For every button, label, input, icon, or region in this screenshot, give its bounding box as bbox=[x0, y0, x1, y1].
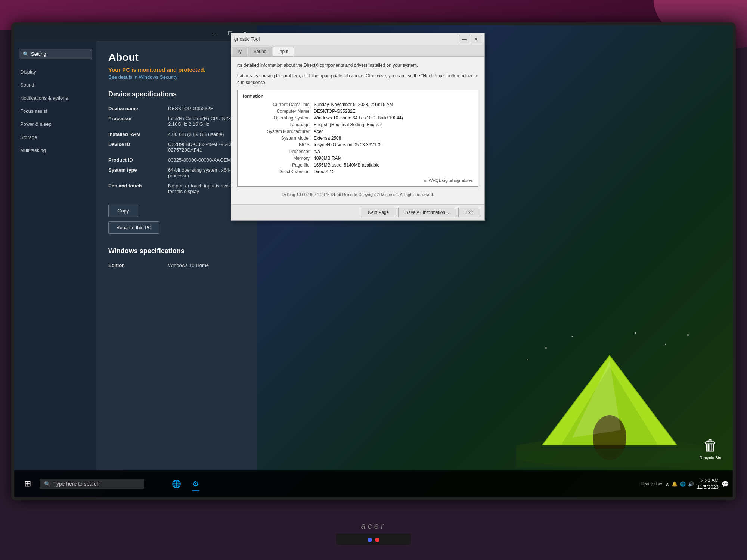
svg-point-9 bbox=[635, 332, 636, 334]
dxdiag-window: gnostic Tool — ✕ ly Sound Input rts deta… bbox=[231, 33, 485, 221]
recycle-bin-label: Recycle Bin bbox=[700, 455, 721, 460]
sidebar-item-multitasking[interactable]: Multitasking bbox=[14, 144, 96, 157]
tray-arrow-icon[interactable]: ∧ bbox=[666, 481, 669, 487]
spec-ram: Installed RAM 4.00 GB (3.89 GB usable) bbox=[108, 131, 245, 137]
dxdiag-row-bios: BIOS: InsydeH2O Version 05.03.36V1.09 bbox=[243, 142, 473, 147]
taskbar-pinned-icons: ⬚ 🌐 ⚙ bbox=[149, 476, 204, 492]
dxdiag-tab-ly[interactable]: ly bbox=[233, 47, 247, 56]
dxdiag-whql-text: or WHQL digital signatures bbox=[243, 178, 473, 183]
monitor-bezel: 🗑 Recycle Bin — ☐ ✕ 🔍 Setting Display bbox=[11, 22, 736, 500]
spec-processor: Processor Intel(R) Celeron(R) CPU N2840 … bbox=[108, 116, 245, 127]
spec-pen-touch: Pen and touch No pen or touch input is a… bbox=[108, 183, 245, 194]
intro-text1: rts detailed information about the Direc… bbox=[237, 63, 418, 68]
dxdiag-info-title: formation bbox=[243, 94, 473, 99]
spec-label-device-id: Device ID bbox=[108, 141, 168, 153]
dxdiag-key-os: Operating System: bbox=[243, 115, 314, 121]
about-title: About bbox=[108, 52, 245, 63]
dxdiag-key-memory: Memory: bbox=[243, 156, 314, 161]
spec-product-id: Product ID 00325-80000-00000-AAOEM bbox=[108, 157, 245, 163]
sidebar-item-notifications[interactable]: Notifications & actions bbox=[14, 91, 96, 105]
taskbar-search[interactable]: 🔍 Type here to search bbox=[40, 479, 144, 489]
dxdiag-tab-sound[interactable]: Sound bbox=[248, 47, 272, 56]
sidebar-item-focus[interactable]: Focus assist bbox=[14, 105, 96, 118]
dxdiag-footer: Next Page Save All Information... Exit bbox=[231, 204, 484, 220]
recycle-bin-icon: 🗑 bbox=[695, 437, 725, 454]
recycle-bin[interactable]: 🗑 Recycle Bin bbox=[695, 437, 725, 460]
dxdiag-val-manufacturer: Acer bbox=[314, 129, 473, 134]
minimize-button[interactable]: — bbox=[208, 28, 223, 39]
dxdiag-row-memory: Memory: 4096MB RAM bbox=[243, 156, 473, 161]
dxdiag-val-pagefile: 1656MB used, 5140MB available bbox=[314, 162, 473, 168]
dxdiag-row-datetime: Current Date/Time: Sunday, November 5, 2… bbox=[243, 102, 473, 107]
dxdiag-row-computername: Computer Name: DESKTOP-G35232E bbox=[243, 109, 473, 114]
dxdiag-tab-input[interactable]: Input bbox=[273, 47, 294, 56]
dxdiag-val-datetime: Sunday, November 5, 2023, 2:19:15 AM bbox=[314, 102, 473, 107]
dxdiag-row-directx: DirectX Version: DirectX 12 bbox=[243, 169, 473, 174]
gear-icon: ⚙ bbox=[192, 479, 199, 488]
sidebar-item-power[interactable]: Power & sleep bbox=[14, 118, 96, 131]
svg-point-12 bbox=[527, 359, 528, 360]
sidebar-item-storage[interactable]: Storage bbox=[14, 131, 96, 144]
svg-point-11 bbox=[687, 334, 689, 336]
exit-button[interactable]: Exit bbox=[458, 208, 480, 217]
dxdiag-row-model: System Model: Extensa 2508 bbox=[243, 136, 473, 141]
action-center-icon[interactable]: 💬 bbox=[722, 480, 729, 488]
copy-button[interactable]: Copy bbox=[108, 205, 138, 217]
settings-window: — ☐ ✕ 🔍 Setting Display Sound Notificati… bbox=[14, 25, 257, 470]
dxdiag-close-button[interactable]: ✕ bbox=[471, 35, 481, 43]
taskview-button[interactable]: ⬚ bbox=[149, 476, 165, 492]
tray-network-icon: 🌐 bbox=[680, 481, 686, 487]
rename-pc-button[interactable]: Rename this PC bbox=[108, 221, 159, 234]
spec-device-name: Device name DESKTOP-G35232E bbox=[108, 106, 245, 111]
dxdiag-minimize-button[interactable]: — bbox=[459, 35, 469, 43]
led-dot-red bbox=[375, 538, 379, 542]
settings-body: 🔍 Setting Display Sound Notifications & … bbox=[14, 41, 257, 470]
protected-text: Your PC is monitored and protected. bbox=[108, 66, 245, 73]
search-text: Setting bbox=[31, 51, 46, 57]
settings-icon-taskbar[interactable]: ⚙ bbox=[187, 476, 204, 492]
settings-search[interactable]: 🔍 Setting bbox=[19, 49, 92, 59]
clock-time: 2:20 AM bbox=[697, 477, 719, 484]
dxdiag-key-model: System Model: bbox=[243, 136, 314, 141]
security-link[interactable]: See details in Windows Security bbox=[108, 74, 245, 80]
dxdiag-row-manufacturer: System Manufacturer: Acer bbox=[243, 129, 473, 134]
windows-specs-section: Windows specifications Edition Windows 1… bbox=[108, 247, 245, 268]
search-icon: 🔍 bbox=[23, 51, 29, 57]
clock-date: 11/5/2023 bbox=[697, 484, 719, 491]
start-button[interactable]: ⊞ bbox=[18, 474, 37, 494]
next-page-button[interactable]: Next Page bbox=[361, 208, 396, 217]
system-clock[interactable]: 2:20 AM 11/5/2023 bbox=[697, 477, 719, 491]
taskbar: ⊞ 🔍 Type here to search ⬚ 🌐 ⚙ Heat ye bbox=[14, 470, 733, 497]
dxdiag-val-memory: 4096MB RAM bbox=[314, 156, 473, 161]
buttons-row: Copy bbox=[108, 199, 245, 221]
dxdiag-info-box: formation Current Date/Time: Sunday, Nov… bbox=[237, 90, 478, 187]
spec-label-product-id: Product ID bbox=[108, 157, 168, 163]
sidebar-item-display[interactable]: Display bbox=[14, 65, 96, 78]
spec-label-system-type: System type bbox=[108, 167, 168, 178]
dxdiag-title: gnostic Tool bbox=[234, 36, 260, 42]
svg-point-10 bbox=[665, 344, 666, 345]
tray-notification-icon: 🔔 bbox=[672, 481, 678, 487]
taskbar-right-area: Heat yellow ∧ 🔔 🌐 🔊 2:20 AM 11/5/2023 💬 bbox=[641, 477, 729, 491]
windows-logo-icon: ⊞ bbox=[24, 479, 31, 489]
dxdiag-titlebar: gnostic Tool — ✕ bbox=[231, 33, 484, 45]
dxdiag-intro-text1: rts detailed information about the Direc… bbox=[237, 62, 478, 69]
led-dot-blue bbox=[368, 538, 372, 542]
dxdiag-key-manufacturer: System Manufacturer: bbox=[243, 129, 314, 134]
sidebar-item-sound[interactable]: Sound bbox=[14, 78, 96, 91]
dxdiag-body: rts detailed information about the Direc… bbox=[231, 57, 484, 204]
dxdiag-row-language: Language: English (Regional Setting: Eng… bbox=[243, 122, 473, 127]
spec-label-edition: Edition bbox=[108, 262, 168, 268]
tent-illustration bbox=[516, 326, 703, 467]
dxdiag-key-datetime: Current Date/Time: bbox=[243, 102, 314, 107]
taskview-icon: ⬚ bbox=[154, 479, 161, 488]
firefox-icon[interactable]: 🌐 bbox=[168, 476, 185, 492]
intro-text2: hat area is causing the problem, click t… bbox=[237, 73, 477, 78]
save-all-button[interactable]: Save All Information... bbox=[398, 208, 456, 217]
taskbar-search-placeholder: Type here to search bbox=[53, 481, 100, 487]
monitor-brand: acer bbox=[361, 521, 386, 531]
rename-row: Rename this PC bbox=[108, 221, 245, 244]
spec-label-pen-touch: Pen and touch bbox=[108, 183, 168, 194]
dxdiag-row-processor: Processor: n/a bbox=[243, 149, 473, 154]
dxdiag-val-bios: InsydeH2O Version 05.03.36V1.09 bbox=[314, 142, 473, 147]
